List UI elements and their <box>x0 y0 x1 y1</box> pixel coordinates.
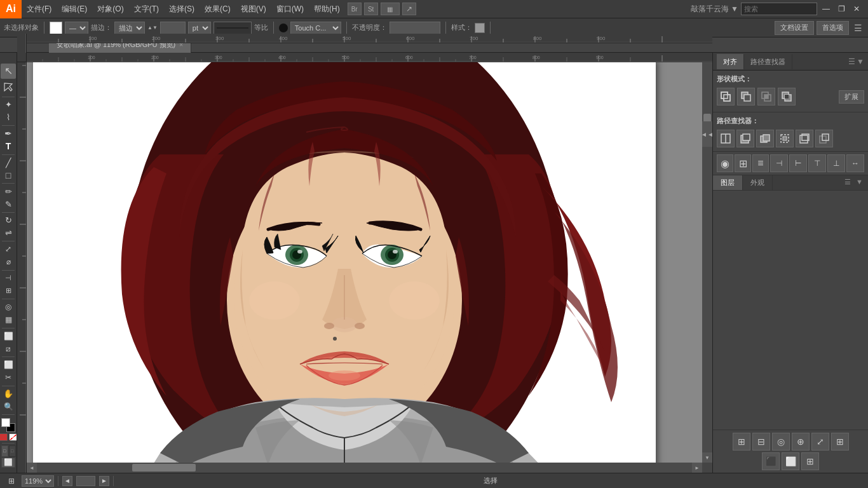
menu-help[interactable]: 帮助(H) <box>309 0 345 18</box>
bottom-tool-9[interactable]: ⊞ <box>801 452 819 470</box>
menu-view[interactable]: 视图(V) <box>236 0 271 18</box>
layers-tab[interactable]: 图层 <box>713 175 743 190</box>
arrange-icon[interactable]: ↗ <box>402 3 416 15</box>
direct-select-tool-button[interactable] <box>1 79 16 95</box>
rectangle-button[interactable]: □ <box>1 169 16 181</box>
eraser-button[interactable]: ⬜ <box>1 359 16 371</box>
canvas-scroll-area[interactable]: ▲ ▼ ◄ ► <box>27 53 712 473</box>
bottom-tool-5[interactable]: ⤢ <box>811 433 829 451</box>
page-input[interactable]: 1 <box>76 476 95 486</box>
scroll-right-button[interactable]: ► <box>692 463 702 473</box>
panel-align-button4[interactable]: ⊥ <box>827 154 845 172</box>
scroll-down-button[interactable]: ▼ <box>702 452 712 463</box>
menu-text[interactable]: 文字(T) <box>129 0 164 18</box>
artboard-button[interactable]: ⬜ <box>1 330 16 342</box>
maximize-button[interactable]: ❐ <box>835 3 848 15</box>
bottom-tool-4[interactable]: ⊕ <box>792 433 810 451</box>
horizontal-scrollbar[interactable]: ◄ ► <box>27 463 702 473</box>
menu-window[interactable]: 窗口(W) <box>271 0 309 18</box>
trim-button[interactable] <box>736 130 754 147</box>
bottom-tool-7[interactable]: ⬛ <box>762 452 780 470</box>
line-button[interactable]: ╱ <box>1 157 16 169</box>
bottom-tool-2[interactable]: ⊟ <box>752 433 770 451</box>
type-button[interactable]: T <box>1 140 16 152</box>
pen-button[interactable]: ✒ <box>1 128 16 140</box>
ai-logo[interactable]: Ai <box>0 0 22 18</box>
minus-front-button[interactable] <box>737 88 755 105</box>
stroke-weight-input[interactable]: 1 pt <box>160 22 186 34</box>
grid-view-button[interactable]: ⊞ <box>735 154 751 172</box>
preferences-button[interactable]: 首选项 <box>817 21 849 35</box>
merge-button[interactable] <box>756 130 774 147</box>
color-wheel-button[interactable]: ◉ <box>717 154 733 172</box>
fg-bg-color[interactable] <box>1 418 15 432</box>
next-page-button[interactable]: ► <box>99 476 109 486</box>
rotate-button[interactable]: ↻ <box>1 215 16 227</box>
minimize-button[interactable]: — <box>820 3 832 15</box>
unite-button[interactable] <box>717 88 735 105</box>
panel-expand-button[interactable]: ▼ <box>857 57 864 66</box>
menu-effect[interactable]: 效果(C) <box>200 0 236 18</box>
scale-button[interactable]: ⤢ <box>1 243 16 255</box>
new-artboard-button[interactable]: ⊞ <box>5 475 18 487</box>
crop-button[interactable] <box>776 130 794 147</box>
slice-button[interactable]: ⧄ <box>1 342 16 355</box>
brush-select[interactable]: Touch C... <box>290 22 341 34</box>
stroke-type-select[interactable]: 描边 <box>114 22 145 34</box>
zoom-select[interactable]: 119% <box>22 475 54 487</box>
reflect-button[interactable]: ⇌ <box>1 227 16 239</box>
align-tab[interactable]: 对齐 <box>717 54 744 69</box>
bottom-tool-3[interactable]: ◎ <box>772 433 790 451</box>
divide-button[interactable] <box>717 130 735 147</box>
select-tool-button[interactable]: ↖ <box>1 64 16 79</box>
normal-view-button[interactable]: □ <box>1 445 8 457</box>
st-icon[interactable]: St <box>364 3 378 15</box>
menu-object[interactable]: 对象(O) <box>92 0 128 18</box>
fill-color[interactable] <box>50 22 62 34</box>
list-view-button[interactable]: ≡ <box>752 154 769 172</box>
bottom-tool-6[interactable]: ⊞ <box>831 433 849 451</box>
no-fill-indicator[interactable] <box>9 433 17 441</box>
appearance-tab[interactable]: 外观 <box>743 175 773 190</box>
menu-select[interactable]: 选择(S) <box>164 0 200 18</box>
hand-button[interactable]: ✋ <box>1 388 16 400</box>
stroke-arrows[interactable]: ▲▼ <box>147 25 158 30</box>
search-input[interactable] <box>741 3 817 15</box>
stroke-style-select[interactable]: — <box>65 22 88 34</box>
exclude-button[interactable] <box>778 88 796 105</box>
magic-wand-button[interactable]: ✦ <box>1 99 16 111</box>
width-button[interactable]: ⊣ <box>1 273 16 285</box>
layers-expand-button[interactable]: ▼ <box>853 175 865 190</box>
bottom-tool-1[interactable]: ⊞ <box>733 433 750 451</box>
minus-back-button[interactable] <box>815 130 833 147</box>
vertical-scrollbar[interactable]: ▲ ▼ <box>702 53 712 463</box>
prev-page-button[interactable]: ◄ <box>62 476 72 486</box>
scissors-button[interactable]: ✂ <box>1 372 16 384</box>
workspace-select[interactable]: ▦ <box>381 3 400 15</box>
foreground-color-swatch[interactable] <box>1 418 10 427</box>
panel-align-button3[interactable]: ⊤ <box>808 154 826 172</box>
stroke-unit-select[interactable]: pt <box>188 22 211 34</box>
menu-edit[interactable]: 编辑(E) <box>57 0 92 18</box>
panel-options-button[interactable]: ☰ <box>848 57 855 66</box>
symbol-sprayer-button[interactable]: ◎ <box>1 301 16 313</box>
panel-align-button5[interactable]: ↔ <box>846 154 864 172</box>
user-account[interactable]: 敲落千云海 ▼ <box>691 4 738 15</box>
paintbrush-button[interactable]: ✏ <box>1 186 16 198</box>
pencil-button[interactable]: ✎ <box>1 198 16 210</box>
free-transform-button[interactable]: ⊞ <box>1 285 16 297</box>
opacity-input[interactable]: 100% <box>390 22 440 34</box>
scroll-thumb-h[interactable] <box>132 464 196 471</box>
panel-align-button2[interactable]: ⊢ <box>789 154 807 172</box>
expand-shapes-button[interactable]: 扩展 <box>839 90 864 104</box>
screen-mode-button[interactable]: ⬜ <box>1 458 15 468</box>
menu-file[interactable]: 文件(F) <box>22 0 57 18</box>
zoom-button[interactable]: 🔍 <box>1 400 16 412</box>
br-icon[interactable]: Br <box>348 3 362 15</box>
outline-view-button[interactable]: □ <box>9 445 16 457</box>
panel-align-button1[interactable]: ⊣ <box>770 154 788 172</box>
fill-indicator[interactable] <box>0 433 8 441</box>
scroll-left-button[interactable]: ◄ <box>27 463 37 473</box>
bottom-tool-8[interactable]: ⬜ <box>782 452 799 470</box>
intersect-button[interactable] <box>757 88 775 105</box>
